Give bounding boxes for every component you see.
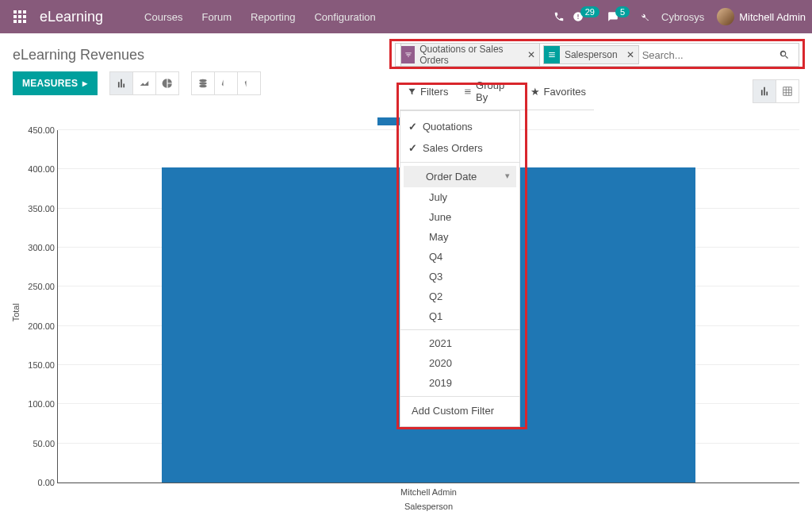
filter-may[interactable]: May (400, 227, 519, 247)
apps-icon[interactable] (6, 3, 33, 30)
x-tick-label: Mitchell Admin (400, 487, 457, 497)
filter-2020[interactable]: 2020 (400, 353, 519, 373)
facet-remove-icon[interactable]: ✕ (622, 49, 638, 60)
groupby-icon (544, 46, 560, 63)
search-input[interactable] (642, 49, 776, 61)
nav-configuration[interactable]: Configuration (304, 0, 385, 33)
line-chart-icon[interactable] (132, 71, 156, 95)
filter-q3[interactable]: Q3 (400, 267, 519, 286)
svg-point-1 (199, 82, 206, 85)
funnel-icon (408, 87, 416, 96)
control-bar: eLearning Revenues Quotations or Sales O… (0, 33, 812, 65)
y-tick-label: 150.00 (20, 360, 55, 370)
panel-tabs: Filters Group By ★ Favorites (400, 73, 594, 110)
facet-groupby[interactable]: Salesperson ✕ (543, 45, 639, 64)
filter-q2[interactable]: Q2 (400, 286, 519, 306)
caret-right-icon: ▸ (82, 78, 87, 89)
separator (400, 162, 519, 163)
filter-june[interactable]: June (400, 207, 519, 227)
measures-button[interactable]: MEASURES ▸ (13, 71, 98, 95)
separator (400, 329, 519, 330)
separator (400, 396, 519, 397)
pivot-view-icon[interactable] (776, 79, 799, 103)
facet-label: Salesperson (560, 49, 622, 60)
y-tick-label: 350.00 (20, 204, 55, 213)
filter-order-date[interactable]: Order Date (404, 166, 516, 187)
y-tick-label: 400.00 (20, 164, 55, 174)
chart-type-group (110, 71, 179, 95)
y-tick-label: 100.00 (20, 399, 55, 409)
filter-q1[interactable]: Q1 (400, 306, 519, 326)
tab-favorites-label: Favorites (544, 86, 586, 98)
y-tick-label: 450.00 (20, 125, 55, 135)
tools-icon[interactable] (638, 11, 649, 22)
pie-chart-icon[interactable] (155, 71, 179, 95)
activities-badge: 29 (580, 6, 599, 17)
facet-filter[interactable]: Quotations or Sales Orders ✕ (400, 43, 540, 67)
user-name: Mitchell Admin (739, 11, 806, 23)
discuss-icon[interactable]: 5 (607, 11, 630, 22)
apps-grid-icon (13, 10, 26, 23)
facet-remove-icon[interactable]: ✕ (523, 49, 539, 60)
search-box[interactable]: Quotations or Sales Orders ✕ Salesperson… (395, 43, 799, 67)
y-tick-label: 300.00 (20, 243, 55, 252)
nav-forum[interactable]: Forum (193, 0, 242, 33)
add-custom-filter[interactable]: Add Custom Filter (400, 400, 519, 421)
svg-point-0 (199, 79, 206, 83)
brand-title[interactable]: eLearning (40, 9, 103, 25)
search-icon[interactable] (779, 49, 794, 60)
facet-label: Quotations or Sales Orders (415, 44, 523, 66)
y-tick-label: 250.00 (20, 282, 55, 291)
filter-2021[interactable]: 2021 (400, 333, 519, 353)
bar-chart-icon[interactable] (109, 71, 133, 95)
nav-reporting[interactable]: Reporting (241, 0, 304, 33)
sort-asc-icon[interactable] (237, 71, 261, 95)
filter-quotations[interactable]: Quotations (400, 116, 519, 137)
svg-point-2 (199, 85, 206, 88)
tab-filters[interactable]: Filters (400, 73, 456, 110)
y-tick-label: 200.00 (20, 321, 55, 331)
y-axis-label: Total (11, 303, 21, 321)
measures-label: MEASURES (22, 78, 78, 89)
user-menu[interactable]: Mitchell Admin (717, 8, 806, 25)
top-navbar: eLearning Courses Forum Reporting Config… (0, 0, 812, 33)
graph-view-icon[interactable] (753, 79, 776, 103)
star-icon: ★ (530, 86, 540, 98)
view-switcher (753, 79, 799, 103)
phone-icon[interactable] (553, 11, 565, 22)
company-name[interactable]: Cybrosys (657, 0, 709, 33)
search-wrap: Quotations or Sales Orders ✕ Salesperson… (395, 43, 799, 67)
search-panel: Filters Group By ★ Favorites Quotations … (400, 73, 594, 427)
stacked-icon[interactable] (191, 71, 215, 95)
discuss-badge: 5 (615, 6, 630, 17)
nav-courses[interactable]: Courses (135, 0, 192, 33)
sort-group (192, 71, 261, 95)
filters-dropdown: Quotations Sales Orders Order Date July … (400, 110, 520, 427)
activities-icon[interactable]: 29 (573, 11, 599, 22)
y-tick-label: 0.00 (20, 478, 55, 487)
tab-groupby[interactable]: Group By (456, 73, 522, 110)
x-axis-label: Salesperson (404, 502, 453, 511)
tab-favorites[interactable]: ★ Favorites (523, 73, 594, 110)
filter-2019[interactable]: 2019 (400, 373, 519, 393)
filter-july[interactable]: July (400, 187, 519, 207)
avatar (717, 8, 734, 25)
sort-desc-icon[interactable] (214, 71, 238, 95)
page-title: eLearning Revenues (13, 47, 144, 63)
filter-sales-orders[interactable]: Sales Orders (400, 137, 519, 159)
list-icon (464, 87, 472, 96)
filter-icon (401, 46, 415, 63)
tab-filters-label: Filters (420, 86, 448, 98)
topbar-right: 29 5 Cybrosys Mitchell Admin (553, 0, 806, 33)
tab-groupby-label: Group By (476, 79, 514, 103)
y-tick-label: 50.00 (20, 439, 55, 448)
filter-q4[interactable]: Q4 (400, 247, 519, 267)
